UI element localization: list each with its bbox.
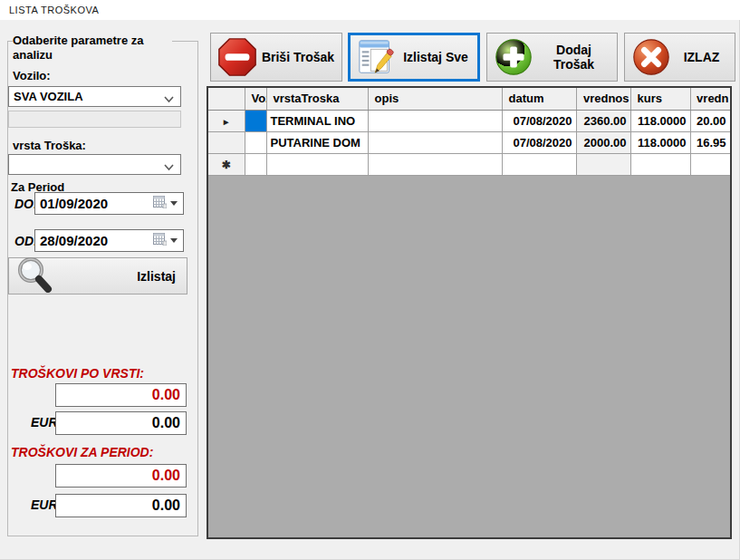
- calendar-icon: [153, 233, 167, 249]
- table-row[interactable]: ► TERMINAL INO 07/08/2020 2360.00 118.00…: [208, 110, 730, 131]
- izlistaj-sve-button[interactable]: Izlistaj Sve: [348, 33, 480, 82]
- new-row-asterisk-icon: ✱: [222, 159, 231, 171]
- troskovi-datagrid[interactable]: Vozilo vrstaTroska opis datum vrednos ku…: [207, 86, 732, 539]
- kurs-cell[interactable]: [630, 153, 690, 175]
- vrednos-cell[interactable]: 2360.00: [576, 110, 630, 131]
- chevron-down-icon: [164, 160, 174, 174]
- kurs-cell[interactable]: 118.0000: [630, 110, 690, 131]
- vrednos-cell[interactable]: [576, 153, 630, 175]
- eur-value-field-2[interactable]: 0.00: [55, 494, 187, 517]
- vozilo-cell[interactable]: [245, 131, 266, 153]
- groupbox-title: Odaberite parametre za analizu: [13, 34, 172, 63]
- do-datepicker[interactable]: 01/09/2020: [34, 192, 184, 215]
- kurs-cell[interactable]: 118.0000: [630, 131, 690, 153]
- troskovi-po-vrsti-value-field[interactable]: 0.00: [55, 383, 187, 407]
- window-title: LISTA TROŠKOVA: [9, 5, 99, 15]
- row-selector-cell[interactable]: ►: [208, 110, 245, 131]
- izlaz-button-label: IZLAZ: [672, 50, 735, 64]
- table-new-row[interactable]: ✱: [208, 153, 730, 175]
- izlistaj-button-label: Izlistaj: [54, 269, 187, 284]
- vozilo-combobox-value: SVA VOZILA: [14, 90, 83, 103]
- vrsta-troska-combobox[interactable]: [8, 154, 181, 175]
- od-date-value: 28/09/2020: [35, 233, 153, 248]
- magnifier-icon: [14, 256, 54, 296]
- col-header-vredn[interactable]: vredn: [690, 88, 730, 110]
- vredn-cell[interactable]: 20.00: [690, 110, 730, 131]
- do-date-value: 01/09/2020: [35, 196, 153, 211]
- datagrid-header-row: Vozilo vrstaTroska opis datum vrednos ku…: [208, 88, 730, 110]
- dodaj-trosak-button[interactable]: Dodaj Trošak: [486, 33, 618, 82]
- chevron-down-icon: [164, 92, 174, 106]
- opis-cell[interactable]: [368, 131, 502, 153]
- opis-cell[interactable]: [368, 110, 502, 131]
- window-titlebar: LISTA TROŠKOVA: [0, 0, 740, 20]
- col-header-vrstatroska[interactable]: vrstaTroska: [266, 88, 368, 110]
- vredn-cell[interactable]: 16.95: [690, 131, 730, 153]
- datepicker-dropdown-arrow-icon[interactable]: [170, 238, 178, 243]
- datepicker-dropdown-arrow-icon[interactable]: [170, 201, 178, 206]
- vredn-cell[interactable]: [690, 153, 730, 175]
- brisi-trosak-button[interactable]: Briši Trošak: [210, 33, 342, 82]
- vozilo-combobox[interactable]: SVA VOZILA: [8, 86, 181, 107]
- troskovi-za-period-value-field[interactable]: 0.00: [55, 464, 187, 488]
- lista-troskova-window: LISTA TROŠKOVA Odaberite parametre za an…: [0, 0, 740, 560]
- row-header-corner[interactable]: [208, 88, 245, 110]
- red-x-icon: [630, 36, 672, 78]
- col-header-opis[interactable]: opis: [368, 88, 502, 110]
- opis-cell[interactable]: [368, 153, 502, 175]
- calendar-icon: [153, 196, 167, 212]
- datum-cell[interactable]: 07/08/2020: [502, 131, 576, 153]
- datagrid-table: Vozilo vrstaTroska opis datum vrednos ku…: [208, 88, 731, 176]
- eur-value-field-1[interactable]: 0.00: [55, 411, 187, 435]
- izlaz-button[interactable]: IZLAZ: [624, 33, 735, 82]
- col-header-kurs[interactable]: kurs: [630, 88, 690, 110]
- vozilo-label: Vozilo:: [13, 69, 51, 82]
- col-header-vrednos[interactable]: vrednos: [576, 88, 630, 110]
- list-pencil-icon: [356, 36, 398, 78]
- vrstatroska-cell[interactable]: PUTARINE DOM: [266, 131, 368, 153]
- datum-cell[interactable]: [502, 153, 576, 175]
- green-plus-icon: [493, 36, 534, 78]
- current-row-arrow-icon: ►: [222, 117, 231, 127]
- row-selector-cell[interactable]: ✱: [208, 153, 245, 175]
- vozilo-info-field: [8, 111, 181, 128]
- vrstatroska-cell[interactable]: [266, 153, 368, 175]
- vrsta-troska-label: vrsta Troška:: [13, 139, 86, 152]
- col-header-vozilo[interactable]: Vozilo: [245, 88, 266, 110]
- brisi-trosak-button-label: Briši Trošak: [258, 50, 341, 64]
- vozilo-cell-selected[interactable]: [245, 110, 266, 131]
- vozilo-cell[interactable]: [245, 153, 266, 175]
- dodaj-trosak-button-label: Dodaj Trošak: [534, 43, 617, 72]
- vrednos-cell[interactable]: 2000.00: [576, 131, 630, 153]
- troskovi-po-vrsti-label: TROŠKOVI PO VRSTI:: [11, 366, 144, 381]
- troskovi-za-period-label: TROŠKOVI ZA PERIOD:: [11, 445, 153, 459]
- table-row[interactable]: PUTARINE DOM 07/08/2020 2000.00 118.0000…: [208, 131, 730, 153]
- col-header-datum[interactable]: datum: [502, 88, 576, 110]
- stop-sign-icon: [216, 36, 258, 78]
- od-datepicker[interactable]: 28/09/2020: [34, 229, 184, 252]
- vrstatroska-cell[interactable]: TERMINAL INO: [266, 110, 368, 131]
- row-selector-cell[interactable]: [208, 131, 245, 153]
- izlistaj-sve-button-label: Izlistaj Sve: [398, 50, 477, 64]
- datum-cell[interactable]: 07/08/2020: [502, 110, 576, 131]
- izlistaj-button[interactable]: Izlistaj: [8, 257, 187, 294]
